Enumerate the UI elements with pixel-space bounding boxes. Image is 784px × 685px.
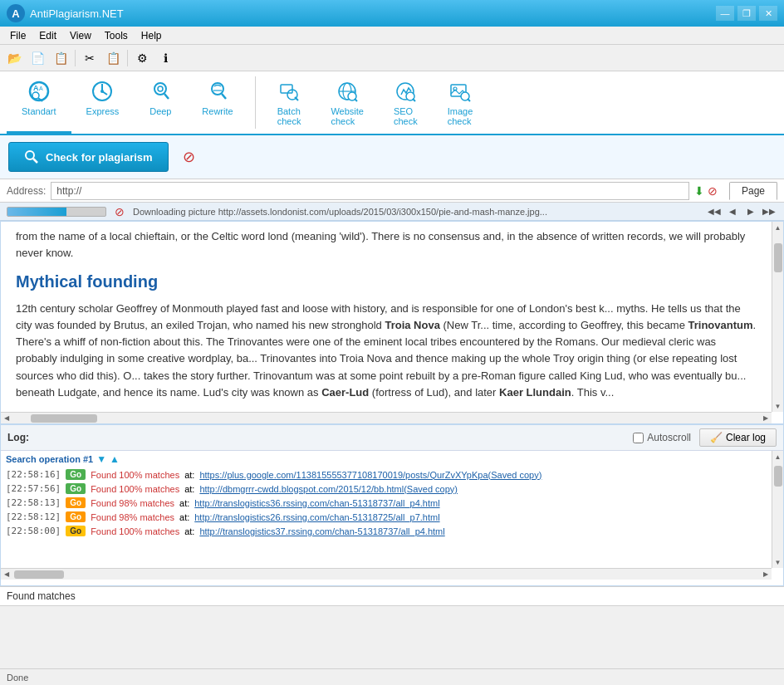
close-button[interactable]: ✕ — [759, 6, 777, 21]
log-vscroll-up[interactable]: ▲ — [772, 451, 783, 462]
log-vscroll-track — [772, 462, 783, 556]
log-vscroll[interactable]: ▲ ▼ — [772, 451, 783, 568]
hscroll-left[interactable]: ◀ — [1, 414, 12, 423]
go-button-1[interactable]: Go — [66, 483, 86, 494]
app-title: AntiPlagiarism.NET — [30, 7, 716, 20]
tab-image[interactable]: Imagecheck — [433, 75, 488, 134]
app-icon-letter: A — [12, 7, 19, 20]
vscroll-up[interactable]: ▲ — [772, 222, 783, 233]
log-content: Search operation #1 ▼ ▲ [22:58:16] Go Fo… — [1, 451, 783, 580]
nav-buttons: ◀◀ ◀ ▶ ▶▶ — [706, 204, 777, 219]
tab-seo-label: SEOcheck — [394, 106, 418, 126]
found-bar: Found matches — [0, 586, 784, 605]
download-stop-button[interactable]: ⊘ — [113, 205, 126, 218]
match-url-2[interactable]: http://translogistics36.rssing.com/chan-… — [194, 498, 439, 508]
log-hscroll-thumb[interactable] — [14, 570, 64, 579]
settings-button[interactable]: ⚙ — [131, 47, 153, 69]
vscroll-down[interactable]: ▼ — [772, 400, 783, 412]
log-time-2: [22:58:13] — [6, 497, 61, 508]
expand-down-icon[interactable]: ▼ — [96, 453, 106, 465]
log-vscroll-thumb[interactable] — [774, 466, 782, 487]
tab-rewrite[interactable]: Rewrite — [187, 75, 247, 134]
check-plagiarism-button[interactable]: Check for plagiarism — [8, 142, 169, 172]
tab-standart[interactable]: A A Standart — [7, 75, 71, 134]
content-hscroll[interactable]: ◀ ▶ — [1, 412, 772, 423]
match-text-0: Found 100% matches — [91, 470, 179, 480]
cut-button[interactable]: ✂ — [79, 47, 100, 69]
content-scroll-area: from the name of a local chieftain, or t… — [1, 222, 772, 412]
log-time-3: [22:58:12] — [6, 511, 61, 522]
tab-express-label: Express — [86, 106, 120, 116]
nav-first-button[interactable]: ◀◀ — [706, 204, 723, 219]
log-vscroll-down[interactable]: ▼ — [772, 556, 783, 568]
search-icon — [24, 149, 39, 164]
search-op-title: Search operation #1 — [6, 454, 93, 464]
go-button-3[interactable]: Go — [66, 511, 86, 522]
go-button-4[interactable]: Go — [66, 526, 86, 536]
menu-view[interactable]: View — [63, 28, 98, 43]
stop-button[interactable]: ⊘ — [177, 144, 202, 169]
menu-edit[interactable]: Edit — [32, 28, 63, 43]
clear-address-icon[interactable]: ⊘ — [708, 184, 718, 198]
match-url-3[interactable]: http://translogistics26.rssing.com/chan-… — [194, 512, 439, 522]
tab-standart-label: Standart — [22, 106, 56, 116]
nav-last-button[interactable]: ▶▶ — [761, 204, 777, 219]
tab-batch[interactable]: Batchcheck — [262, 75, 316, 134]
info-button[interactable]: ℹ — [154, 47, 176, 69]
tab-website[interactable]: Websitecheck — [316, 75, 379, 134]
content-pre-text: from the name of a local chieftain, or t… — [16, 228, 757, 261]
menu-tools[interactable]: Tools — [98, 28, 135, 43]
tab-deep[interactable]: Deep — [134, 75, 187, 134]
autoscroll-checkbox[interactable] — [633, 433, 644, 443]
copy2-button[interactable]: 📋 — [50, 47, 71, 69]
window-controls: — ❐ ✕ — [716, 6, 777, 21]
go-button-2[interactable]: Go — [66, 497, 86, 508]
tab-express[interactable]: Express — [71, 75, 135, 134]
rewrite-icon — [206, 80, 229, 103]
hscroll-thumb[interactable] — [31, 414, 97, 423]
download-icon[interactable]: ⬇ — [694, 184, 704, 198]
autoscroll-checkbox-label[interactable]: Autoscroll — [633, 432, 691, 443]
match-url-4[interactable]: http://translogistics37.rssing.com/chan-… — [199, 526, 444, 536]
address-input[interactable] — [51, 182, 689, 200]
title-bar: A AntiPlagiarism.NET — ❐ ✕ — [0, 0, 784, 27]
log-hscroll-right[interactable]: ▶ — [760, 570, 772, 579]
hscroll-right[interactable]: ▶ — [760, 414, 772, 423]
at-2: at: — [179, 498, 189, 508]
expand-up-icon[interactable]: ▲ — [110, 453, 120, 465]
address-label: Address: — [7, 185, 46, 197]
nav-prev-button[interactable]: ◀ — [724, 204, 741, 219]
toolbar-sep-2 — [127, 50, 128, 66]
log-hscroll[interactable]: ◀ ▶ — [1, 568, 772, 580]
open-button[interactable]: 📂 — [3, 47, 25, 69]
page-tab[interactable]: Page — [729, 182, 777, 200]
website-icon — [336, 80, 359, 103]
go-button-0[interactable]: Go — [66, 469, 86, 480]
menu-help[interactable]: Help — [135, 28, 169, 43]
vscroll-thumb[interactable] — [774, 243, 782, 272]
nav-next-button[interactable]: ▶ — [742, 204, 759, 219]
paste-button[interactable]: 📋 — [102, 47, 124, 69]
tab-seo[interactable]: SEOcheck — [379, 75, 433, 134]
action-bar: Check for plagiarism ⊘ — [0, 135, 784, 179]
log-hscroll-left[interactable]: ◀ — [1, 570, 12, 579]
standart-icon: A A — [27, 80, 51, 103]
vscroll-track — [772, 233, 783, 400]
at-3: at: — [179, 512, 189, 522]
minimize-button[interactable]: — — [716, 6, 734, 21]
log-header: Log: Autoscroll 🧹 Clear log — [1, 425, 783, 451]
svg-line-31 — [33, 159, 37, 163]
svg-point-9 — [154, 83, 166, 95]
menu-file[interactable]: File — [3, 28, 32, 43]
match-url-0[interactable]: https://plus.google.com/1138155553771081… — [199, 470, 541, 480]
content-vscroll[interactable]: ▲ ▼ — [772, 222, 783, 412]
at-1: at: — [184, 484, 194, 494]
express-icon — [91, 80, 114, 103]
clear-log-button[interactable]: 🧹 Clear log — [699, 428, 777, 447]
restore-button[interactable]: ❐ — [737, 6, 756, 21]
match-url-1[interactable]: http://dbmgrrr-cwdd.blogspot.com/2015/12… — [199, 484, 458, 494]
match-text-1: Found 100% matches — [91, 484, 179, 494]
new-button[interactable]: 📄 — [27, 47, 48, 69]
menu-bar: File Edit View Tools Help — [0, 27, 784, 45]
svg-rect-15 — [281, 85, 292, 93]
